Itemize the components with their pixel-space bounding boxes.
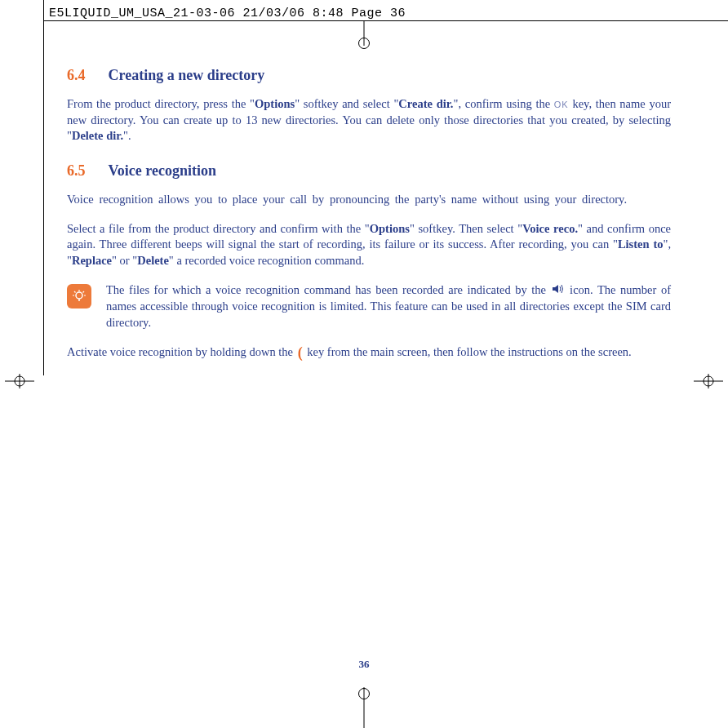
section-title: Creating a new directory <box>109 65 265 85</box>
crop-line-left <box>43 0 44 375</box>
registration-mark-top <box>357 21 371 46</box>
bold-delete-dir: Delete dir. <box>72 129 123 142</box>
text: ", confirm using the <box>453 97 553 110</box>
para-6-5-3: Activate voice recognition by holding do… <box>67 344 671 363</box>
text: Activate voice recognition by holding do… <box>67 346 296 359</box>
text: " a recorded voice recognition command. <box>169 254 364 267</box>
registration-mark-left <box>5 374 38 388</box>
svg-line-9 <box>74 291 76 293</box>
registration-mark-right <box>690 374 723 388</box>
section-title: Voice recognition <box>109 161 217 180</box>
lightbulb-tip-icon <box>67 284 91 309</box>
heading-6-4: 6.4 Creating a new directory <box>67 65 671 85</box>
section-number: 6.4 <box>67 65 86 85</box>
print-meta-header: E5LIQUID_UM_USA_21-03-06 21/03/06 8:48 P… <box>49 7 406 20</box>
page-number: 36 <box>0 658 728 671</box>
para-6-5-1: Voice recognition allows you to place yo… <box>67 192 671 208</box>
tip-block: The files for which a voice recognition … <box>67 282 671 331</box>
svg-marker-13 <box>553 285 558 293</box>
text: key from the main screen, then follow th… <box>304 346 632 359</box>
text: ". <box>123 129 131 142</box>
svg-line-10 <box>83 291 85 293</box>
call-key-icon: ( <box>298 343 303 362</box>
speaker-icon <box>553 282 564 299</box>
page-content: 6.4 Creating a new directory From the pr… <box>67 65 671 376</box>
ok-key-icon: OK <box>554 100 569 109</box>
svg-point-6 <box>76 292 82 299</box>
tip-text: The files for which a voice recognition … <box>106 282 671 331</box>
text: " softkey and select " <box>295 97 398 110</box>
bold-create-dir: Create dir. <box>398 97 453 110</box>
para-6-5-2: Select a file from the product directory… <box>67 221 671 269</box>
text: The files for which a voice recognition … <box>106 283 551 296</box>
registration-mark-bottom <box>357 683 371 728</box>
text: Select a file from the product directory… <box>67 222 370 235</box>
bold-replace: Replace <box>72 254 112 267</box>
text: " or " <box>112 254 137 267</box>
text: From the product directory, press the " <box>67 97 255 110</box>
bold-listen-to: Listen to <box>618 237 664 251</box>
crop-line-top <box>43 20 728 21</box>
bold-options: Options <box>255 97 295 110</box>
text: " softkey. Then select " <box>410 222 522 235</box>
bold-delete: Delete <box>137 254 169 267</box>
bold-voice-reco: Voice reco. <box>522 222 578 235</box>
bold-options: Options <box>370 222 410 235</box>
para-6-4-1: From the product directory, press the "O… <box>67 96 671 144</box>
heading-6-5: 6.5 Voice recognition <box>67 161 671 180</box>
section-number: 6.5 <box>67 161 86 180</box>
